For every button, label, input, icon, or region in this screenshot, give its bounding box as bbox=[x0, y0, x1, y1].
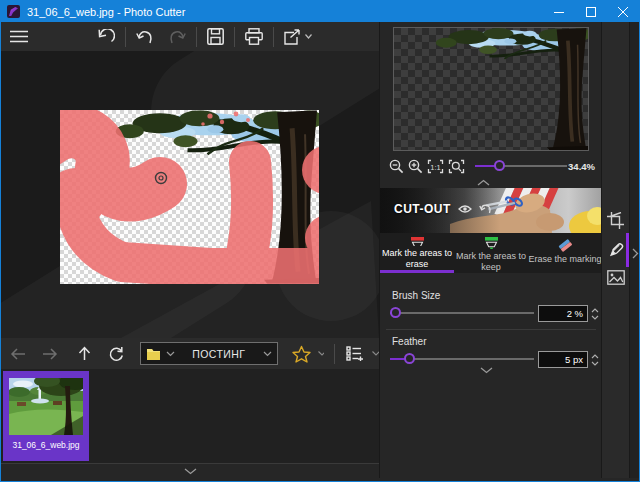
crop-tool-button[interactable] bbox=[607, 212, 624, 233]
toolbar-separator bbox=[125, 27, 126, 47]
folder-selector[interactable]: ПОСТИНГ bbox=[140, 342, 278, 365]
result-preview bbox=[393, 27, 589, 151]
svg-text:1:1: 1:1 bbox=[430, 162, 440, 171]
print-icon bbox=[245, 28, 263, 45]
refresh-icon bbox=[108, 346, 124, 362]
red-marker-icon bbox=[409, 236, 426, 246]
feather-slider[interactable] bbox=[390, 353, 534, 365]
zoom-out-icon bbox=[389, 159, 404, 174]
zoom-in-icon bbox=[408, 159, 423, 174]
marking-tabs: Mark the areas to erase Mark the areas t… bbox=[380, 233, 602, 273]
feather-label: Feather bbox=[392, 336, 426, 347]
cutter-pen-icon bbox=[605, 240, 626, 261]
thumbnail-image bbox=[9, 378, 83, 435]
up-arrow-icon bbox=[78, 346, 91, 361]
up-button[interactable] bbox=[74, 346, 95, 361]
actual-size-button[interactable]: 1:1 bbox=[425, 159, 446, 174]
thumbnail-filename: 31_06_6_web.jpg bbox=[12, 440, 79, 450]
back-arrow-icon bbox=[10, 348, 26, 360]
revert-button[interactable] bbox=[89, 24, 122, 50]
mode-toolstrip bbox=[601, 22, 629, 478]
panel-expand-strip[interactable] bbox=[629, 22, 640, 478]
thumbnail-strip-collapse-bar[interactable] bbox=[1, 463, 379, 478]
tab-mark-areas-to-erase[interactable]: Mark the areas to erase bbox=[380, 233, 454, 273]
preview-eye-icon[interactable] bbox=[458, 204, 472, 214]
editing-canvas[interactable] bbox=[1, 51, 379, 338]
image-icon bbox=[607, 270, 625, 285]
undo-button[interactable] bbox=[129, 24, 161, 50]
favorites-chevron[interactable] bbox=[318, 351, 325, 356]
image-tool-button[interactable] bbox=[607, 270, 625, 289]
zoom-in-button[interactable] bbox=[406, 159, 425, 174]
print-button[interactable] bbox=[238, 24, 270, 50]
redo-icon bbox=[168, 29, 186, 45]
thumbnail-item-selected[interactable]: 31_06_6_web.jpg bbox=[3, 371, 89, 461]
minimize-button[interactable] bbox=[543, 1, 575, 22]
menu-button[interactable] bbox=[3, 24, 35, 50]
favorites-button[interactable] bbox=[288, 345, 315, 363]
toolbar-separator bbox=[334, 344, 335, 364]
folder-icon bbox=[146, 347, 161, 360]
share-button[interactable] bbox=[277, 24, 319, 50]
titlebar: 31_06_6_web.jpg - Photo Cutter bbox=[1, 1, 639, 22]
crop-icon bbox=[607, 212, 624, 229]
preview-zoom-slider[interactable] bbox=[475, 160, 567, 172]
folder-list-chevron bbox=[263, 351, 272, 357]
cutout-title: CUT-OUT bbox=[394, 202, 451, 216]
maximize-button[interactable] bbox=[575, 1, 607, 22]
cutout-tool-button[interactable] bbox=[605, 240, 626, 265]
share-dropdown-caret bbox=[305, 34, 312, 39]
hamburger-icon bbox=[10, 30, 28, 43]
spin-down-chevron bbox=[591, 361, 599, 366]
forward-arrow-icon bbox=[42, 348, 58, 360]
toolbar-separator bbox=[273, 27, 274, 47]
brush-size-slider[interactable] bbox=[390, 307, 534, 319]
photo-with-markings[interactable] bbox=[60, 110, 319, 284]
cutout-banner: CUT-OUT bbox=[380, 188, 602, 233]
brush-size-spinner[interactable]: 2 % bbox=[538, 305, 588, 322]
preview-tree-image bbox=[394, 28, 588, 150]
save-icon bbox=[207, 28, 224, 45]
banner-undo-icon[interactable] bbox=[479, 203, 492, 215]
tab-mark-areas-to-keep[interactable]: Mark the areas to keep bbox=[454, 233, 528, 273]
feather-spinner[interactable]: 5 px bbox=[538, 351, 588, 368]
redo-button[interactable] bbox=[161, 24, 193, 50]
collapse-up-chevron[interactable] bbox=[477, 179, 490, 186]
view-options-button[interactable] bbox=[342, 346, 368, 361]
list-view-icon bbox=[346, 346, 364, 361]
brush-size-label: Brush Size bbox=[392, 290, 440, 301]
current-folder-name: ПОСТИНГ bbox=[175, 348, 263, 360]
section-divider bbox=[386, 329, 596, 330]
star-icon bbox=[292, 345, 311, 363]
fit-to-window-button[interactable] bbox=[446, 159, 467, 174]
cutout-banner-label: CUT-OUT bbox=[394, 202, 492, 216]
zoom-out-button[interactable] bbox=[387, 159, 406, 174]
brush-cursor bbox=[154, 171, 168, 185]
fit-zoom-icon bbox=[448, 159, 465, 174]
save-button[interactable] bbox=[200, 24, 231, 50]
main-toolbar bbox=[1, 22, 379, 51]
forward-button[interactable] bbox=[38, 348, 62, 360]
app-icon bbox=[7, 5, 20, 18]
window-title: 31_06_6_web.jpg - Photo Cutter bbox=[27, 6, 185, 18]
zoom-percentage: 34.4% bbox=[568, 161, 595, 172]
toolbar-separator bbox=[196, 27, 197, 47]
share-icon bbox=[284, 29, 301, 45]
revert-icon bbox=[96, 29, 115, 45]
tab-erase-the-marking[interactable]: Erase the marking bbox=[528, 233, 602, 273]
view-options-chevron[interactable] bbox=[372, 351, 379, 356]
thumbnail-strip: 31_06_6_web.jpg bbox=[1, 369, 379, 463]
browser-toolbar: ПОСТИНГ bbox=[1, 338, 379, 369]
brush-size-spin-arrows[interactable] bbox=[589, 305, 601, 322]
spin-up-chevron bbox=[591, 308, 599, 313]
spin-up-chevron bbox=[591, 354, 599, 359]
green-marker-icon bbox=[483, 236, 500, 249]
collapse-section-chevron[interactable] bbox=[480, 367, 493, 374]
feather-spin-arrows[interactable] bbox=[589, 351, 601, 368]
spin-down-chevron bbox=[591, 315, 599, 320]
refresh-button[interactable] bbox=[104, 346, 128, 362]
tool-panel: 1:1 34.4% bbox=[379, 22, 601, 478]
back-button[interactable] bbox=[6, 348, 30, 360]
close-button[interactable] bbox=[607, 1, 639, 22]
eraser-icon bbox=[556, 236, 574, 252]
